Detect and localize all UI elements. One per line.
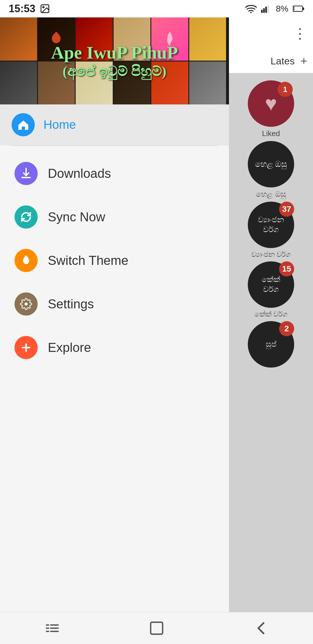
svg-point-10	[25, 303, 28, 306]
status-bar: 15:53 8%	[0, 0, 313, 17]
wifi-icon	[245, 4, 257, 13]
battery-icon	[293, 4, 304, 13]
hela-osu-text: හෙළ ඔසු	[254, 158, 289, 171]
status-time: 15:53	[9, 3, 50, 15]
settings-label: Settings	[48, 297, 94, 311]
vyanjana-category[interactable]: ව්‍යාංජනවර්ග 37 ව්‍යාංජන වර්ග	[248, 202, 294, 258]
cake-circle: කේක්වර්ග 15	[248, 261, 294, 308]
theme-icon	[14, 249, 38, 272]
banner-title: Ape IwuP PihuP (අපේ ඉවුම් පිහුම්)	[51, 42, 178, 80]
liked-category[interactable]: ♥ 1 Liked	[248, 80, 294, 138]
vyanjana-text: ව්‍යාංජනවර්ග	[256, 214, 285, 236]
downloads-label: Downloads	[48, 166, 111, 181]
hela-osu-category[interactable]: හෙළ ඔසු හෙළ ඔසු	[248, 141, 294, 199]
categories-list: ♥ 1 Liked හෙළ ඔසු හෙළ ඔසු ව්‍යාංජනවර්ග 3…	[229, 73, 313, 368]
nav-drawer: Ape IwuP PihuP (අපේ ඉවුම් පිහුම්) Home D…	[0, 17, 229, 612]
cake-category[interactable]: කේක්වර්ග 15 කේක් වර්ග	[248, 261, 294, 318]
sync-icon	[14, 205, 38, 229]
liked-badge: 1	[278, 82, 293, 97]
explore-icon	[14, 336, 38, 359]
right-panel-tabs: Lates +	[229, 49, 313, 73]
soup-text: සුප්	[264, 338, 278, 351]
cake-label: කේක් වර්ග	[254, 310, 288, 318]
svg-point-1	[43, 7, 44, 8]
svg-rect-5	[265, 7, 267, 13]
hela-osu-label: හෙළ ඔසු	[256, 190, 286, 199]
nav-item-sync[interactable]: Sync Now	[0, 195, 229, 239]
soup-badge: 2	[279, 321, 294, 336]
hela-osu-circle: හෙළ ඔසු	[248, 141, 294, 187]
app-banner: Ape IwuP PihuP (අපේ ඉවුම් පිහුම්)	[0, 17, 229, 104]
vyanjana-label: ව්‍යාංජන වර්ග	[251, 250, 291, 258]
bottom-navigation	[0, 612, 313, 644]
svg-point-2	[250, 12, 252, 13]
nav-home-item[interactable]: Home	[0, 104, 229, 145]
svg-rect-9	[293, 7, 294, 11]
status-icons: 8%	[245, 4, 304, 14]
svg-rect-4	[263, 8, 265, 13]
theme-label: Switch Theme	[48, 253, 128, 268]
signal-icon	[261, 4, 272, 13]
banner-cell-7	[0, 61, 37, 105]
latest-tab[interactable]: Lates	[270, 55, 294, 67]
cake-text: කේක්වර්ග	[260, 273, 282, 296]
recent-apps-button[interactable]	[35, 617, 70, 640]
nav-item-settings[interactable]: Settings	[0, 282, 229, 326]
vyanjana-badge: 37	[279, 202, 294, 217]
liked-label: Liked	[262, 129, 280, 138]
nav-item-theme[interactable]: Switch Theme	[0, 239, 229, 282]
soup-category[interactable]: සුප් 2	[248, 321, 294, 368]
nav-item-explore[interactable]: Explore	[0, 326, 229, 369]
soup-circle: සුප් 2	[248, 321, 294, 368]
svg-rect-6	[267, 5, 269, 13]
add-tab-button[interactable]: +	[301, 55, 307, 68]
banner-cell-6	[189, 17, 226, 61]
nav-items-list: Downloads Sync Now Switch Theme	[0, 146, 229, 612]
settings-icon	[14, 292, 38, 316]
image-icon	[40, 3, 50, 14]
svg-rect-3	[261, 10, 263, 13]
banner-title-line2: (අපේ ඉවුම් පිහුම්)	[51, 64, 178, 80]
vyanjana-circle: ව්‍යාංජනවර්ග 37	[248, 202, 294, 248]
cake-badge: 15	[279, 261, 294, 276]
banner-cell-1	[0, 17, 37, 61]
home-icon	[12, 113, 35, 136]
heart-icon: ♥	[265, 92, 277, 115]
liked-circle[interactable]: ♥ 1	[248, 80, 294, 127]
svg-rect-8	[303, 7, 304, 10]
home-label: Home	[43, 118, 76, 132]
battery-percent: 8%	[276, 4, 288, 14]
right-panel: ⋮ Lates + ♥ 1 Liked හෙළ ඔසු හෙළ ඔසු ව්‍ය…	[229, 17, 313, 612]
right-panel-header: ⋮	[229, 17, 313, 49]
menu-dots-button[interactable]: ⋮	[293, 25, 307, 42]
svg-rect-19	[150, 622, 162, 634]
banner-title-line1: Ape IwuP PihuP	[51, 42, 178, 63]
downloads-icon	[14, 162, 38, 185]
explore-label: Explore	[48, 340, 91, 355]
banner-cell-12	[189, 61, 226, 105]
sync-label: Sync Now	[48, 210, 105, 224]
back-button[interactable]	[243, 617, 278, 640]
time-display: 15:53	[9, 3, 35, 15]
home-button[interactable]	[139, 617, 174, 640]
nav-item-downloads[interactable]: Downloads	[0, 152, 229, 195]
